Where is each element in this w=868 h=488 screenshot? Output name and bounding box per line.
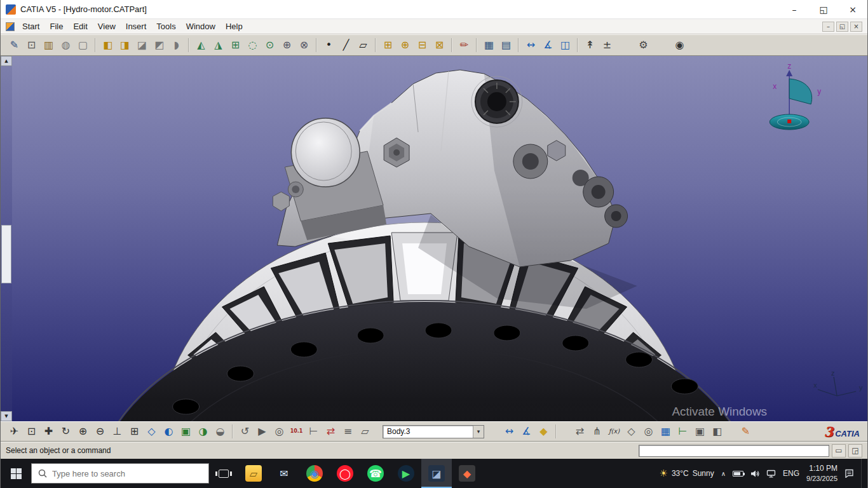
iso-view-icon[interactable]: ◇: [143, 423, 160, 440]
menu-insert[interactable]: Insert: [121, 20, 152, 32]
knowledge-icon[interactable]: ◇: [623, 423, 640, 440]
language-indicator[interactable]: ENG: [783, 469, 799, 478]
catalog-browser-icon[interactable]: ▤: [498, 37, 515, 54]
rotate-icon[interactable]: ↻: [57, 423, 74, 440]
snap-icon[interactable]: ◎: [271, 423, 288, 440]
axis-system-icon[interactable]: ↟: [581, 37, 599, 54]
material-brush-icon[interactable]: ✎: [737, 423, 754, 440]
sweep-icon[interactable]: ◪: [133, 37, 151, 54]
structure-icon[interactable]: ⊢: [674, 423, 691, 440]
show-desktop-button[interactable]: [861, 459, 865, 488]
menu-help[interactable]: Help: [220, 20, 248, 32]
start-button[interactable]: [1, 459, 31, 488]
sketch-axis-icon[interactable]: ✎: [6, 37, 23, 54]
intersection-icon[interactable]: ⊗: [295, 37, 313, 54]
ruler-icon[interactable]: ↔: [501, 423, 518, 440]
battery-icon[interactable]: [733, 471, 743, 477]
close-button[interactable]: ×: [838, 0, 867, 18]
table-icon[interactable]: ▦: [657, 423, 674, 440]
dimensions-icon[interactable]: 10.1: [288, 423, 305, 440]
line-icon[interactable]: ╱: [337, 37, 355, 54]
scroll-thumb[interactable]: [1, 225, 11, 283]
project-icon[interactable]: ⊕: [278, 37, 295, 54]
action-center-icon[interactable]: [844, 469, 854, 478]
pan-icon[interactable]: ✚: [40, 423, 57, 440]
3d-viewport[interactable]: z x y x z y Activate Windows: [12, 56, 867, 421]
manipulate-icon[interactable]: ▶: [254, 423, 271, 440]
constraints-icon[interactable]: ⊢: [305, 423, 322, 440]
assemble-icon[interactable]: ⊞: [379, 37, 397, 54]
multi-view-icon[interactable]: ⊞: [126, 423, 143, 440]
search-sheet-icon[interactable]: ◎: [640, 423, 657, 440]
capture-icon[interactable]: ◉: [671, 37, 688, 54]
compass-origin-handle[interactable]: [787, 119, 791, 123]
update-icon[interactable]: ↺: [236, 423, 254, 440]
shading-icon[interactable]: ◐: [160, 423, 177, 440]
scroll-down-button[interactable]: ▼: [1, 411, 12, 421]
box-icon[interactable]: ▢: [74, 37, 92, 54]
maximize-button[interactable]: ◱: [809, 0, 838, 18]
task-view-button[interactable]: [209, 459, 238, 488]
boundary-icon[interactable]: ◌: [244, 37, 261, 54]
taskbar-search[interactable]: [31, 463, 209, 484]
measure-item-icon[interactable]: ∡: [539, 37, 557, 54]
plane-tool-icon[interactable]: ▱: [356, 423, 374, 440]
minimize-button[interactable]: –: [780, 0, 809, 18]
body-selector[interactable]: Body.3 ▾: [383, 425, 484, 438]
measure-icon[interactable]: ∡: [518, 423, 535, 440]
pad-icon[interactable]: ◧: [99, 37, 116, 54]
fillet-icon[interactable]: ◗: [168, 37, 185, 54]
menu-edit[interactable]: Edit: [68, 20, 92, 32]
chrome-icon[interactable]: ◉: [299, 459, 330, 488]
catalog-icon[interactable]: ▥: [40, 37, 57, 54]
box-tool-icon[interactable]: ▣: [691, 423, 709, 440]
whatsapp-icon[interactable]: ☎: [360, 459, 391, 488]
normal-view-icon[interactable]: ⊥: [109, 423, 126, 440]
search-input[interactable]: [52, 469, 202, 478]
point-icon[interactable]: •: [320, 37, 337, 54]
barrel-icon[interactable]: ◍: [57, 37, 74, 54]
window-icon[interactable]: ⊡: [23, 37, 40, 54]
fly-mode-icon[interactable]: ✈: [6, 423, 23, 440]
split-icon[interactable]: ◭: [193, 37, 210, 54]
doc-page-icon[interactable]: ▭: [832, 444, 846, 458]
mail-icon[interactable]: ✉: [269, 459, 299, 488]
speaker-icon[interactable]: [750, 470, 759, 478]
fx-icon[interactable]: ƒ(x): [606, 423, 623, 440]
union-trim-icon[interactable]: ⊠: [431, 37, 448, 54]
media-player-icon[interactable]: ▶: [391, 459, 421, 488]
hide-show-icon[interactable]: ◑: [194, 423, 212, 440]
loft-icon[interactable]: ◩: [151, 37, 168, 54]
workbench-corner-icon[interactable]: ◲: [848, 444, 862, 458]
tree-icon[interactable]: ⋔: [588, 423, 606, 440]
hidden-icons-button[interactable]: ∧: [721, 470, 726, 477]
weight-icon[interactable]: ◆: [535, 423, 552, 440]
sketcher-icon[interactable]: ✏: [456, 37, 473, 54]
mean-dimensions-icon[interactable]: ±: [599, 37, 616, 54]
zoom-out-icon[interactable]: ⊖: [92, 423, 109, 440]
clock[interactable]: 1:10 PM 9/23/2025: [806, 464, 837, 483]
menu-view[interactable]: View: [93, 20, 121, 32]
menu-file[interactable]: File: [44, 20, 68, 32]
list-icon[interactable]: ≡: [339, 423, 356, 440]
mdi-close-button[interactable]: ×: [850, 22, 862, 32]
plane-icon[interactable]: ▱: [355, 37, 372, 54]
measure-between-icon[interactable]: ↔: [522, 37, 539, 54]
options-gear-icon[interactable]: ⚙: [635, 37, 652, 54]
menu-window[interactable]: Window: [181, 20, 220, 32]
zoom-in-icon[interactable]: ⊕: [74, 423, 92, 440]
file-explorer-icon[interactable]: ▱: [238, 459, 269, 488]
join-icon[interactable]: ⊞: [227, 37, 244, 54]
opera-icon[interactable]: ◯: [330, 459, 360, 488]
workbench-icon[interactable]: [6, 22, 15, 31]
remove-icon[interactable]: ⊟: [414, 37, 431, 54]
power-input-field[interactable]: [639, 445, 829, 457]
section-icon[interactable]: ◧: [709, 423, 726, 440]
mdi-minimize-button[interactable]: –: [822, 22, 834, 32]
exchange-icon[interactable]: ⇄: [571, 423, 588, 440]
menu-tools[interactable]: Tools: [151, 20, 180, 32]
design-table-icon[interactable]: ▦: [480, 37, 498, 54]
visible-space-icon[interactable]: ◒: [212, 423, 229, 440]
catia-taskbar-icon[interactable]: ◪: [421, 459, 452, 488]
trim-icon[interactable]: ◮: [210, 37, 227, 54]
